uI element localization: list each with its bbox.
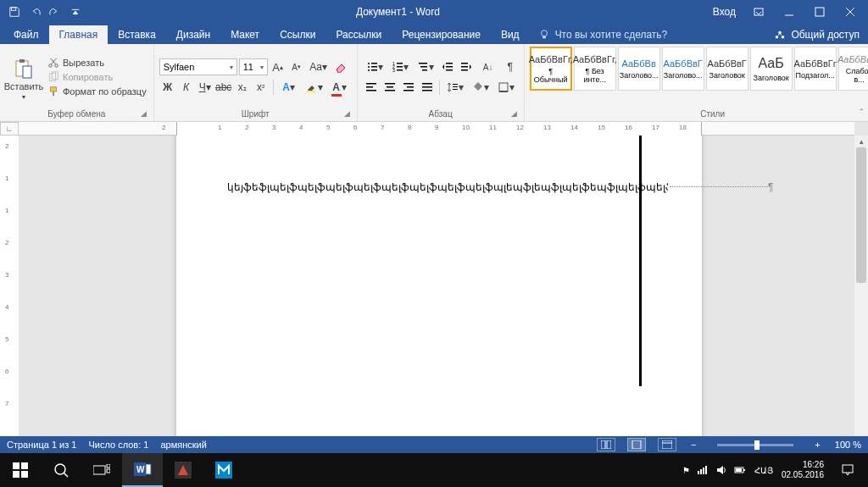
style-normal[interactable]: АаБбВвГг,¶ Обычный — [530, 47, 572, 91]
strikethrough-icon[interactable]: abc — [215, 79, 232, 96]
text-effects-icon[interactable]: A▾ — [277, 79, 301, 96]
highlight-icon[interactable]: ▾ — [303, 79, 326, 96]
bullets-icon[interactable]: ▾ — [363, 58, 387, 75]
share-icon — [774, 29, 786, 41]
style-subheading[interactable]: АаБбВвГгПодзагол... — [794, 47, 837, 91]
system-tray[interactable]: ⚑ — [682, 464, 746, 476]
style-subtle[interactable]: АаБбВвГгСлабое в... — [838, 47, 868, 91]
volume-icon[interactable] — [715, 464, 727, 476]
qat-customize-icon[interactable] — [66, 3, 85, 21]
read-mode-icon[interactable] — [597, 438, 615, 451]
scroll-thumb[interactable] — [856, 147, 866, 283]
collapse-ribbon-icon[interactable]: ˆ — [860, 108, 863, 118]
document-area[interactable]: կեյֆեֆլպելֆպելֆպելֆպելֆպելֆպելֆպելֆպելֆպ… — [19, 136, 854, 450]
clock[interactable]: 16:26 02.05.2016 — [782, 460, 824, 480]
style-heading1[interactable]: АаБбВвЗаголово... — [618, 47, 660, 91]
shrink-font-icon[interactable]: A▾ — [288, 58, 305, 75]
clear-formatting-icon[interactable] — [332, 58, 349, 75]
start-button[interactable] — [0, 453, 41, 487]
change-case-icon[interactable]: Aa▾ — [307, 58, 331, 75]
align-center-icon[interactable] — [381, 79, 398, 96]
battery-icon[interactable] — [734, 464, 746, 476]
tab-selector[interactable]: ∟ — [0, 122, 19, 136]
increase-indent-icon[interactable] — [458, 58, 475, 75]
horizontal-ruler[interactable]: 2 123456789101112131415161718 — [19, 122, 854, 136]
document-text[interactable]: կեյֆեֆլպելֆպելֆպելֆպելֆպելֆպելֆպելֆպելֆպ… — [227, 181, 668, 194]
font-name-combo[interactable]: Sylfaen▾ — [159, 58, 237, 75]
print-layout-icon[interactable] — [627, 438, 646, 451]
format-painter-button[interactable]: Формат по образцу — [46, 85, 148, 98]
style-subtitle[interactable]: АаБЗаголовок — [750, 47, 793, 91]
subscript-icon[interactable]: x₂ — [234, 79, 251, 96]
align-left-icon[interactable] — [363, 79, 380, 96]
web-layout-icon[interactable] — [658, 438, 676, 451]
sort-icon[interactable]: А↓ — [476, 58, 500, 75]
font-size-combo[interactable]: 11▾ — [239, 58, 268, 75]
scroll-up-icon[interactable]: ▴ — [854, 136, 868, 147]
line-spacing-icon[interactable]: ▾ — [443, 79, 467, 96]
page-count[interactable]: Страница 1 из 1 — [7, 440, 76, 450]
bold-icon[interactable]: Ж — [159, 79, 176, 96]
signin-link[interactable]: Вход — [706, 6, 743, 18]
grow-font-icon[interactable]: A▴ — [270, 58, 287, 75]
cut-button[interactable]: Вырезать — [46, 56, 148, 69]
close-icon[interactable] — [836, 0, 865, 24]
taskbar-app-word[interactable]: W — [122, 453, 163, 487]
paste-button[interactable]: Вставить ▾ — [5, 47, 42, 108]
zoom-out-icon[interactable]: − — [688, 440, 698, 450]
dialog-launcher-icon[interactable]: ◢ — [511, 109, 517, 118]
justify-icon[interactable] — [419, 79, 436, 96]
decrease-indent-icon[interactable] — [439, 58, 456, 75]
underline-icon[interactable]: Ч▾ — [197, 79, 214, 96]
tab-references[interactable]: Ссылки — [270, 25, 326, 44]
tab-layout[interactable]: Макет — [220, 25, 270, 44]
input-language[interactable]: ՀԱՅ — [754, 466, 773, 475]
shading-icon[interactable]: ▾ — [469, 79, 492, 96]
style-heading2[interactable]: АаБбВвГЗаголово... — [662, 47, 704, 91]
tab-file[interactable]: Файл — [3, 25, 49, 44]
zoom-in-icon[interactable]: + — [812, 440, 822, 450]
vertical-ruler[interactable]: 211234567 — [0, 136, 19, 450]
font-color-icon[interactable]: A▾ — [328, 79, 352, 96]
zoom-level[interactable]: 100 % — [835, 440, 861, 450]
wifi-icon[interactable] — [697, 464, 709, 476]
redo-icon[interactable] — [46, 3, 64, 21]
minimize-icon[interactable] — [775, 0, 804, 24]
dialog-launcher-icon[interactable]: ◢ — [344, 109, 350, 118]
tab-mailings[interactable]: Рассылки — [326, 25, 392, 44]
undo-icon[interactable] — [25, 3, 44, 21]
style-no-spacing[interactable]: АаБбВвГг,¶ Без инте... — [574, 47, 616, 91]
save-icon[interactable] — [5, 3, 24, 21]
maximize-icon[interactable] — [805, 0, 834, 24]
taskbar-app-maxthon[interactable] — [203, 453, 244, 487]
word-count[interactable]: Число слов: 1 — [88, 440, 148, 450]
language-status[interactable]: армянский — [160, 440, 206, 450]
italic-icon[interactable]: К — [178, 79, 195, 96]
superscript-icon[interactable]: x² — [253, 79, 270, 96]
tab-view[interactable]: Вид — [491, 25, 530, 44]
ribbon-display-icon[interactable] — [744, 0, 773, 24]
show-marks-icon[interactable]: ¶ — [502, 58, 519, 75]
action-center-icon[interactable] — [832, 453, 863, 487]
style-title[interactable]: АаБбВвГЗаголовок — [706, 47, 748, 91]
tray-flag-icon[interactable]: ⚑ — [682, 466, 690, 475]
tab-design[interactable]: Дизайн — [166, 25, 220, 44]
tab-insert[interactable]: Вставка — [108, 25, 166, 44]
tab-review[interactable]: Рецензирование — [392, 25, 491, 44]
svg-point-15 — [55, 64, 58, 68]
share-button[interactable]: Общий доступ — [765, 25, 868, 44]
task-view-icon[interactable] — [81, 453, 122, 487]
numbering-icon[interactable]: 123▾ — [388, 58, 412, 75]
taskbar-app-generic1[interactable] — [163, 453, 203, 487]
tell-me-search[interactable]: Что вы хотите сделать? — [530, 25, 676, 44]
zoom-slider[interactable] — [717, 444, 793, 446]
multilevel-list-icon[interactable]: ▾ — [414, 58, 437, 75]
borders-icon[interactable]: ▾ — [494, 79, 518, 96]
dialog-launcher-icon[interactable]: ◢ — [141, 109, 147, 118]
vertical-line-shape[interactable] — [639, 136, 642, 386]
vertical-scrollbar[interactable]: ▴ ▾ — [854, 136, 868, 450]
copy-button[interactable]: Копировать — [46, 70, 148, 84]
tab-home[interactable]: Главная — [49, 25, 108, 44]
align-right-icon[interactable] — [400, 79, 417, 96]
search-taskbar-icon[interactable] — [41, 453, 81, 487]
